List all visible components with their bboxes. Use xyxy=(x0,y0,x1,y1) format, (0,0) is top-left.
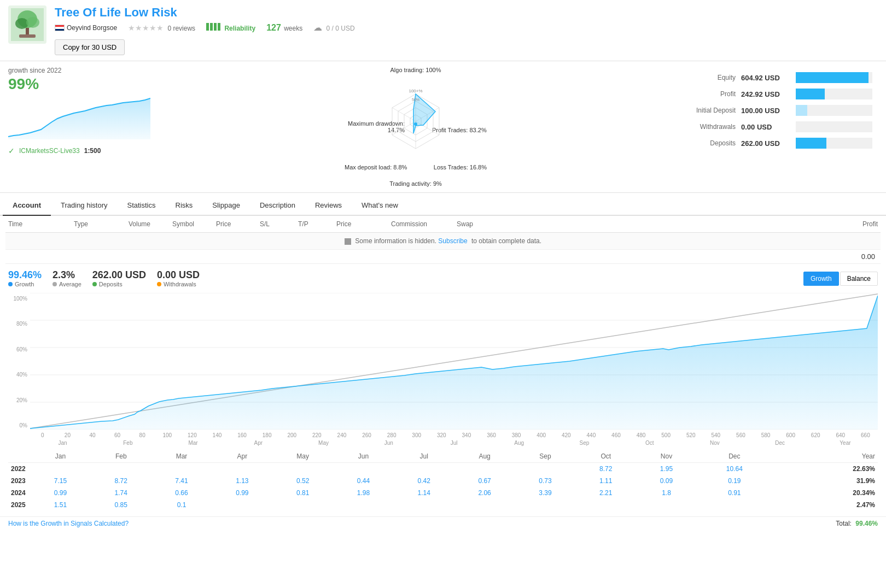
month-cell: 0.44 xyxy=(333,475,394,487)
flag-icon: Oeyvind Borgsoe xyxy=(55,24,117,32)
chart-stat-withdrawals: 0.00 USD Withdrawals xyxy=(157,269,200,287)
month-cell xyxy=(697,499,772,511)
chart-stat-growth: 99.46% Growth xyxy=(8,269,42,287)
profit-bar-container xyxy=(796,89,872,99)
month-cell: 0.52 xyxy=(272,475,333,487)
withdrawals-label: Withdrawals xyxy=(675,123,741,131)
year-table-row: 20251.510.850.12.47% xyxy=(8,499,878,511)
month-cell: 8.72 xyxy=(91,475,151,487)
stats-section: growth since 2022 99% ✓ ICMarketsSC-Live… xyxy=(0,61,886,193)
month-cell: 7.41 xyxy=(151,475,212,487)
reliability-indicator: Reliability xyxy=(206,23,255,32)
initial-bar-container xyxy=(796,105,872,116)
initial-bar xyxy=(796,105,807,116)
header-meta: Oeyvind Borgsoe ★★★★★ 0 reviews Reliabil… xyxy=(55,22,878,33)
chart-withdrawals-value: 0.00 USD xyxy=(157,269,200,281)
month-labels: Jan Feb Mar Apr May Jun Jul Aug Sep Oct … xyxy=(8,440,878,446)
page-title: Tree Of Life Low Risk xyxy=(55,5,878,20)
logo-image xyxy=(8,5,46,44)
col-commission-header: Commission xyxy=(391,220,457,228)
month-cell xyxy=(151,463,212,475)
withdrawals-metric: Withdrawals 0.00 USD xyxy=(675,121,872,132)
page-header: Tree Of Life Low Risk Oeyvind Borgsoe ★★… xyxy=(0,0,886,61)
chart-average-value: 2.3% xyxy=(53,269,81,281)
weeks-indicator: 127 weeks xyxy=(266,23,302,33)
month-cell xyxy=(575,499,636,511)
svg-text:50%: 50% xyxy=(412,98,419,102)
month-cell: 0.66 xyxy=(151,487,212,499)
chart-deposits-value: 262.00 USD xyxy=(92,269,146,281)
withdrawals-bar-container xyxy=(796,121,872,132)
svg-point-3 xyxy=(26,17,39,28)
table-header: Time Type Volume Symbol Price S/L T/P Pr… xyxy=(5,216,881,233)
metrics-panel: Equity 604.92 USD Profit 242.92 USD Init… xyxy=(670,67,878,187)
month-cell xyxy=(212,499,272,511)
deposits-dot xyxy=(92,282,97,286)
profit-metric: Profit 242.92 USD xyxy=(675,89,872,99)
chart-growth-label: Growth xyxy=(8,281,42,287)
balance-button[interactable]: Balance xyxy=(840,272,878,286)
growth-value: 99% xyxy=(8,75,153,93)
col-price2-header: Price xyxy=(336,220,391,228)
month-cell xyxy=(333,499,394,511)
mini-chart xyxy=(8,96,150,139)
growth-since-label: growth since 2022 xyxy=(8,67,153,74)
chart-growth-value: 99.46% xyxy=(8,269,42,281)
year-cell: 2023 xyxy=(8,475,30,487)
tab-reviews[interactable]: Reviews xyxy=(305,196,352,216)
footer-total: Total: 99.46% xyxy=(836,520,878,527)
year-cell: 2025 xyxy=(8,499,30,511)
copy-button[interactable]: Copy for 30 USD xyxy=(55,39,125,55)
month-cell: 1.98 xyxy=(333,487,394,499)
equity-bar-container xyxy=(796,72,872,83)
profit-value: 242.92 USD xyxy=(741,90,796,98)
tab-statistics[interactable]: Statistics xyxy=(118,196,166,216)
subscribe-link[interactable]: Subscribe xyxy=(438,237,467,245)
apr-header: Apr xyxy=(212,450,272,463)
main-chart-svg xyxy=(30,293,878,430)
month-cell xyxy=(636,499,697,511)
broker-info: ✓ ICMarketsSC-Live33 1:500 xyxy=(8,146,153,155)
svg-rect-5 xyxy=(19,34,36,38)
equity-bar xyxy=(796,72,868,83)
month-cell: 1.13 xyxy=(212,475,272,487)
withdrawals-dot xyxy=(157,282,161,286)
equity-value: 604.92 USD xyxy=(741,74,796,82)
chart-deposits-label: Deposits xyxy=(92,281,146,287)
month-cell xyxy=(515,499,576,511)
tab-description[interactable]: Description xyxy=(250,196,305,216)
stars-rating: ★★★★★ 0 reviews xyxy=(128,23,195,32)
month-cell: 1.8 xyxy=(636,487,697,499)
chart-buttons: Growth Balance xyxy=(803,272,878,286)
col-type-header: Type xyxy=(74,220,129,228)
growth-calc-link[interactable]: How is the Growth in Signals Calculated? xyxy=(8,520,129,527)
y-axis: 100% 80% 60% 40% 20% 0% xyxy=(8,293,30,431)
tab-whats-new[interactable]: What's new xyxy=(352,196,408,216)
month-cell xyxy=(212,463,272,475)
tabs-nav: Account Trading history Statistics Risks… xyxy=(0,196,886,216)
month-cell: 0.99 xyxy=(212,487,272,499)
tab-trading-history[interactable]: Trading history xyxy=(51,196,118,216)
year-table-row: 20228.721.9510.6422.63% xyxy=(8,463,878,475)
broker-name: ICMarketsSC-Live33 xyxy=(19,147,80,155)
growth-button[interactable]: Growth xyxy=(803,272,839,286)
year-table-row: 20237.158.727.411.130.520.440.420.670.73… xyxy=(8,475,878,487)
svg-text:100+%: 100+% xyxy=(409,89,422,93)
col-time-header: Time xyxy=(8,220,74,228)
page-footer: How is the Growth in Signals Calculated?… xyxy=(0,516,886,530)
jun-header: Jun xyxy=(333,450,394,463)
month-cell xyxy=(91,463,151,475)
month-cell xyxy=(454,463,515,475)
leverage-value: 1:500 xyxy=(84,147,101,155)
deposits-metric: Deposits 262.00 USD xyxy=(675,138,872,149)
tab-account[interactable]: Account xyxy=(3,196,51,216)
hidden-message: Some information is hidden. xyxy=(355,237,436,245)
month-cell xyxy=(454,499,515,511)
col-profit-header: Profit xyxy=(500,220,878,228)
tab-risks[interactable]: Risks xyxy=(166,196,203,216)
tab-slippage[interactable]: Slippage xyxy=(202,196,250,216)
chart-average-label: Average xyxy=(53,281,81,287)
growth-panel: growth since 2022 99% ✓ ICMarketsSC-Live… xyxy=(8,67,161,187)
chart-controls: 99.46% Growth 2.3% Average 262.00 USD De… xyxy=(8,269,878,287)
month-cell: 1.51 xyxy=(30,499,91,511)
